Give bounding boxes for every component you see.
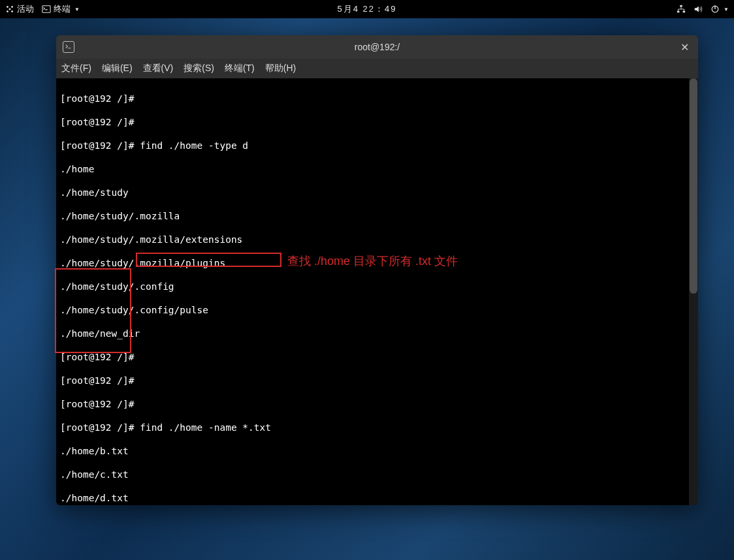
volume-icon[interactable] bbox=[694, 5, 703, 14]
term-line: [root@192 /]# find ./home -name *.txt bbox=[60, 422, 694, 433]
term-line: [root@192 /]# bbox=[60, 398, 694, 410]
menu-edit[interactable]: 编辑(E) bbox=[102, 63, 133, 74]
terminal-area[interactable]: [root@192 /]# [root@192 /]# [root@192 /]… bbox=[56, 78, 698, 505]
menu-terminal[interactable]: 终端(T) bbox=[225, 63, 255, 74]
chevron-down-icon: ▼ bbox=[74, 7, 80, 12]
activities-label: 活动 bbox=[17, 3, 34, 15]
term-line: ./home/d.txt bbox=[60, 492, 694, 504]
svg-rect-0 bbox=[42, 6, 50, 13]
term-line: [root@192 /]# bbox=[60, 116, 694, 128]
term-line: ./home/study/.mozilla/extensions bbox=[60, 234, 694, 245]
close-button[interactable]: ✕ bbox=[678, 39, 692, 56]
term-line: [root@192 /]# bbox=[60, 351, 694, 363]
app-menu-label: 终端 bbox=[54, 3, 71, 15]
terminal-app-icon bbox=[42, 5, 51, 14]
activities-button[interactable]: 活动 bbox=[5, 3, 34, 15]
titlebar[interactable]: root@192:/ ✕ bbox=[56, 35, 698, 59]
term-line: ./home/study/.config bbox=[60, 281, 694, 292]
term-line: ./home/study/.config/pulse bbox=[60, 304, 694, 316]
svg-rect-2 bbox=[677, 11, 680, 13]
close-icon: ✕ bbox=[680, 42, 689, 53]
term-line: ./home/study bbox=[60, 187, 694, 198]
terminal-window-icon bbox=[63, 41, 74, 53]
power-icon bbox=[710, 5, 720, 14]
system-menu[interactable]: ▼ bbox=[710, 5, 729, 14]
clock[interactable]: 5月4 22：49 bbox=[338, 3, 397, 15]
terminal-window: root@192:/ ✕ 文件(F) 编辑(E) 查看(V) 搜索(S) 终端(… bbox=[56, 35, 698, 505]
menu-view[interactable]: 查看(V) bbox=[143, 63, 174, 74]
gnome-topbar: 活动 终端 ▼ 5月4 22：49 ▼ bbox=[0, 0, 734, 18]
activities-icon bbox=[5, 5, 14, 14]
annotation-text: 查找 ./home 目录下所有 .txt 文件 bbox=[287, 253, 458, 269]
app-menu[interactable]: 终端 ▼ bbox=[42, 3, 80, 15]
term-line: ./home/b.txt bbox=[60, 445, 694, 457]
svg-rect-1 bbox=[680, 5, 682, 7]
term-line: [root@192 /]# bbox=[60, 375, 694, 386]
term-line: [root@192 /]# find ./home -type d bbox=[60, 140, 694, 151]
menubar: 文件(F) 编辑(E) 查看(V) 搜索(S) 终端(T) 帮助(H) bbox=[56, 59, 698, 78]
term-line: ./home bbox=[60, 163, 694, 175]
svg-rect-3 bbox=[683, 11, 686, 13]
scrollbar[interactable] bbox=[689, 78, 698, 505]
menu-help[interactable]: 帮助(H) bbox=[265, 63, 296, 74]
menu-search[interactable]: 搜索(S) bbox=[184, 63, 214, 74]
window-title: root@192:/ bbox=[355, 42, 400, 52]
menu-file[interactable]: 文件(F) bbox=[61, 63, 91, 74]
chevron-down-icon: ▼ bbox=[724, 7, 729, 12]
network-icon[interactable] bbox=[677, 5, 686, 14]
term-line: ./home/study/.mozilla bbox=[60, 210, 694, 222]
term-line: ./home/new_dir bbox=[60, 328, 694, 339]
term-line: [root@192 /]# bbox=[60, 93, 694, 104]
term-line: ./home/c.txt bbox=[60, 469, 694, 480]
scrollbar-thumb[interactable] bbox=[690, 78, 697, 294]
